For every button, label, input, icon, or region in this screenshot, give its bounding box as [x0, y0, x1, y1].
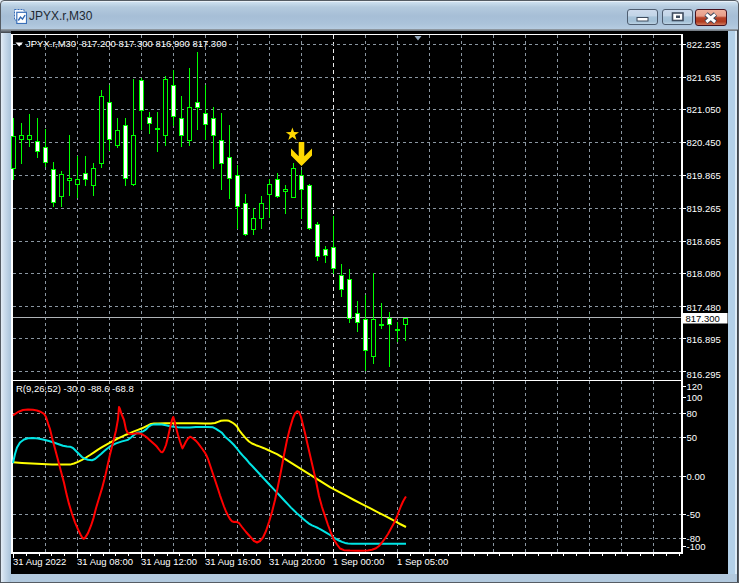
- svg-text:31 Aug 2022: 31 Aug 2022: [13, 556, 66, 567]
- svg-text:R(9,26,52) -30.0 -88.6 -68.8: R(9,26,52) -30.0 -88.6 -68.8: [16, 383, 134, 394]
- svg-text:818.080: 818.080: [687, 268, 721, 279]
- svg-text:50: 50: [687, 432, 698, 443]
- svg-text:100: 100: [687, 392, 703, 403]
- svg-text:0.00: 0.00: [687, 471, 706, 482]
- svg-text:120: 120: [687, 381, 703, 392]
- svg-text:80: 80: [687, 408, 698, 419]
- svg-text:-100: -100: [687, 541, 706, 552]
- svg-text:31 Aug 08:00: 31 Aug 08:00: [77, 556, 133, 567]
- svg-text:818.665: 818.665: [687, 236, 721, 247]
- svg-text:816.895: 816.895: [687, 334, 721, 345]
- svg-text:31 Aug 12:00: 31 Aug 12:00: [141, 556, 197, 567]
- svg-text:817.300: 817.300: [686, 313, 720, 324]
- svg-text:-50: -50: [687, 509, 701, 520]
- svg-text:817.480: 817.480: [687, 302, 721, 313]
- svg-text:822.235: 822.235: [687, 39, 721, 50]
- svg-text:819.865: 819.865: [687, 170, 721, 181]
- svg-text:819.265: 819.265: [687, 203, 721, 214]
- svg-text:31 Aug 20:00: 31 Aug 20:00: [269, 556, 325, 567]
- svg-text:820.450: 820.450: [687, 137, 721, 148]
- svg-text:1 Sep 05:00: 1 Sep 05:00: [397, 556, 448, 567]
- svg-text:816.295: 816.295: [687, 369, 721, 380]
- svg-text:JPYX.r,M30 817.200 817.300 81: JPYX.r,M30 817.200 817.300 816.900 817.3…: [26, 38, 227, 49]
- svg-text:31 Aug 16:00: 31 Aug 16:00: [205, 556, 261, 567]
- svg-text:821.635: 821.635: [687, 72, 721, 83]
- svg-text:1 Sep 00:00: 1 Sep 00:00: [333, 556, 384, 567]
- svg-text:-80: -80: [687, 533, 701, 544]
- svg-text:821.050: 821.050: [687, 104, 721, 115]
